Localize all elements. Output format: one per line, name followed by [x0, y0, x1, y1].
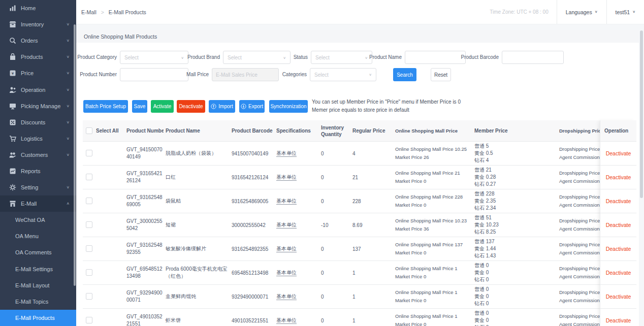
cell-inventory-quantity: 0	[319, 246, 350, 252]
export-button[interactable]: Export	[239, 100, 265, 113]
discounts-icon	[9, 119, 16, 126]
sidebar-item-products[interactable]: Products∨	[0, 49, 76, 65]
sidebar-item-logistics[interactable]: Logistics∨	[0, 131, 76, 147]
cell-product-number: GVT_4901035221551	[124, 313, 164, 326]
row-checkbox[interactable]	[86, 198, 92, 204]
page-scrollbar-thumb[interactable]	[640, 30, 643, 198]
row-checkbox[interactable]	[86, 245, 92, 252]
sidebar-item-customers[interactable]: Customers∨	[0, 147, 76, 163]
table-row: GVT_300002555042 短裙 300002555042 基本单位 -1…	[83, 213, 600, 237]
sidebar-item-orders[interactable]: Orders∨	[0, 32, 76, 49]
deactivate-link[interactable]: Deactivate	[600, 213, 636, 237]
sidebar-subitem-e-mall-products[interactable]: E-Mall Products	[0, 310, 76, 326]
specifications-link[interactable]: 基本单位	[276, 294, 297, 300]
cell-inventory-quantity: 0	[319, 294, 350, 300]
deactivate-link[interactable]: Deactivate	[600, 166, 636, 189]
row-checkbox[interactable]	[86, 269, 92, 276]
languages-menu[interactable]: Languages ∨	[557, 0, 606, 24]
cell-inventory-quantity: 0	[319, 199, 350, 204]
row-checkbox[interactable]	[86, 174, 92, 180]
specifications-link[interactable]: 基本单位	[276, 246, 297, 252]
reset-button[interactable]: Reset	[431, 68, 451, 81]
deactivate-link[interactable]: Deactivate	[600, 309, 636, 326]
sidebar-subitem-oa-comments[interactable]: OA Comments	[0, 244, 76, 260]
sidebar-item-label: Logistics	[21, 136, 43, 142]
sidebar-item-operation[interactable]: Operation∨	[0, 81, 76, 97]
sidebar-item-setting[interactable]: Setting∨	[0, 179, 76, 195]
cell-online-price: Online Shopping Mall Price 228Market Pri…	[392, 193, 471, 209]
sidebar-subitem-e-mall-topics[interactable]: E-Mall Topics	[0, 294, 76, 310]
sidebar-subitem-wechat-oa[interactable]: WeChat OA	[0, 212, 76, 228]
deactivate-link[interactable]: Deactivate	[600, 189, 636, 213]
specifications-link[interactable]: 基本单位	[276, 270, 297, 276]
row-checkbox[interactable]	[86, 293, 92, 300]
specifications-link[interactable]: 基本单位	[276, 198, 297, 205]
deactivate-link[interactable]: Deactivate	[600, 142, 636, 166]
cell-regular-price: 8.69	[350, 222, 392, 228]
reports-icon	[9, 168, 16, 175]
header-member-price: Member Price	[471, 127, 556, 135]
cell-product-barcode: 9316254892355	[230, 246, 274, 252]
chevron-down-icon: ∨	[66, 104, 70, 108]
chevron-up-icon: ∧	[66, 202, 70, 206]
chevron-down-icon: ∨	[369, 73, 372, 76]
breadcrumb-current: E-Mall Products	[109, 9, 146, 15]
sidebar-item-reports[interactable]: Reports	[0, 163, 76, 179]
sidebar-item-label: Orders	[21, 38, 38, 44]
cell-dropshipping-price: Dropshipping Price: 21Agent Commission: …	[556, 169, 600, 185]
svg-text:¥: ¥	[11, 71, 14, 76]
row-checkbox[interactable]	[86, 317, 92, 323]
breadcrumb-section[interactable]: E-Mall	[81, 9, 96, 15]
table-row: GVT_4901035221551 虾米饼 4901035221551 基本单位…	[83, 309, 600, 326]
specifications-link[interactable]: 基本单位	[276, 222, 297, 229]
import-label: Import	[218, 104, 233, 109]
cell-product-barcode: 9316542126124	[230, 175, 274, 180]
sidebar-scrollbar[interactable]	[74, 24, 76, 286]
synchronization-button[interactable]: Synchronization	[269, 100, 308, 113]
batch-price-setup-button[interactable]: Batch Price Setup	[83, 100, 128, 113]
search-button[interactable]: Search	[393, 68, 416, 81]
cell-dropshipping-price: Dropshipping Price: 22Agent Commission: …	[556, 193, 600, 209]
activate-button[interactable]: Activate	[151, 100, 174, 113]
save-button[interactable]: Save	[132, 100, 147, 113]
select-all-checkbox[interactable]	[86, 127, 92, 134]
sidebar-item-picking-manage[interactable]: Picking Manage∨	[0, 98, 76, 114]
categories-select[interactable]: Select ∨	[310, 68, 376, 81]
page-scrollbar[interactable]	[640, 0, 643, 326]
sidebar-item-inventory[interactable]: Inventory∨	[0, 16, 76, 32]
cell-product-number: GVT_300002555042	[124, 218, 164, 232]
status-label: Status	[272, 51, 308, 64]
deactivate-link[interactable]: Deactivate	[600, 261, 636, 285]
upload-icon	[211, 104, 216, 109]
operation-users-icon	[9, 86, 16, 93]
deactivate-button[interactable]: Deactivate	[177, 100, 205, 113]
specifications-link[interactable]: 基本单位	[276, 174, 297, 181]
import-button[interactable]: Import	[209, 100, 235, 113]
price-icon: ¥	[9, 70, 16, 77]
main-area: E-Mall > E-Mall Products Time Zone: UTC …	[76, 0, 644, 326]
deactivate-link[interactable]: Deactivate	[600, 237, 636, 261]
row-checkbox[interactable]	[86, 221, 92, 228]
specifications-link[interactable]: 基本单位	[276, 150, 297, 157]
chevron-down-icon: ∨	[66, 55, 70, 59]
deactivate-link[interactable]: Deactivate	[600, 285, 636, 309]
cell-online-price: Online Shopping Mall Price 10.25Market P…	[392, 145, 471, 161]
user-menu[interactable]: test51 ∨	[606, 0, 644, 24]
cell-product-barcode: 9329490000071	[230, 294, 274, 300]
cell-online-price: Online Shopping Mall Price 10.23Market P…	[392, 217, 471, 233]
sidebar-item-label: Picking Manage	[21, 103, 60, 109]
sidebar-subitem-e-mall-settings[interactable]: E-Mall Settings	[0, 261, 76, 277]
sidebar-subitem-e-mall-layout[interactable]: E-Mall Layout	[0, 277, 76, 294]
cell-regular-price: 1	[350, 318, 392, 323]
select-placeholder: Select	[124, 55, 139, 60]
specifications-link[interactable]: 基本单位	[276, 317, 297, 324]
products-table: Select All Product Number Product Name P…	[83, 120, 600, 326]
product-barcode-input[interactable]	[502, 51, 564, 64]
sidebar-subitem-oa-menu[interactable]: OA Menu	[0, 228, 76, 244]
sidebar-item-discounts[interactable]: Discounts∨	[0, 114, 76, 131]
sidebar-item-e-mall[interactable]: E-Mall∧	[0, 195, 76, 212]
sidebar-item-home[interactable]: Home	[0, 0, 76, 16]
sidebar-item-price[interactable]: ¥Price∨	[0, 65, 76, 81]
row-checkbox[interactable]	[86, 150, 92, 156]
cell-dropshipping-price: Dropshipping Price: 10Agent Commission: …	[556, 217, 600, 233]
